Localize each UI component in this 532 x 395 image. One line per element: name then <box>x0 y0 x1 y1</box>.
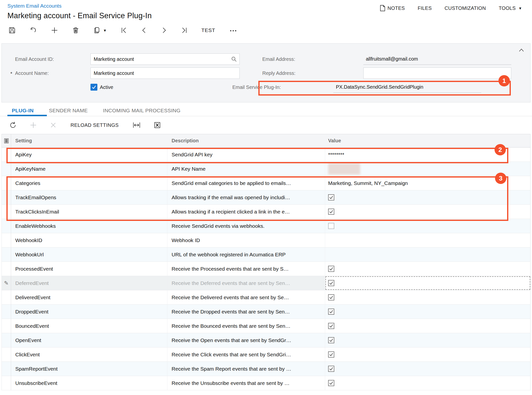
value-checkbox-checked[interactable] <box>328 323 334 329</box>
grid-add-row-button[interactable] <box>30 121 37 129</box>
table-row[interactable]: ApiKeyNameAPI Key Name <box>1 162 531 176</box>
search-icon[interactable] <box>231 56 237 62</box>
value-checkbox-checked[interactable] <box>328 280 334 286</box>
customization-button[interactable]: CUSTOMIZATION <box>444 5 486 11</box>
table-row[interactable]: EnableWebhooksReceive SendGrid events vi… <box>1 219 531 233</box>
row-gutter: ✎ <box>2 276 11 290</box>
save-icon <box>8 27 16 34</box>
required-asterisk: * <box>10 71 12 77</box>
row-gutter <box>2 162 11 176</box>
breadcrumb[interactable]: System Email Accounts <box>7 3 61 9</box>
value-checkbox-checked[interactable] <box>328 309 334 315</box>
value-checkbox-unchecked[interactable] <box>328 223 334 229</box>
description-cell: Receive SendGrid events via webhooks. <box>167 219 325 233</box>
table-row[interactable]: CategoriesSendGrid email categories to b… <box>1 176 531 190</box>
table-row[interactable]: DroppedEventReceive the Dropped events t… <box>1 305 531 319</box>
files-label: FILES <box>418 5 432 11</box>
table-row[interactable]: WebhookIDWebhook ID <box>1 233 531 247</box>
table-row[interactable]: DeliveredEventReceive the Delivered even… <box>1 290 531 305</box>
table-row[interactable]: WebhookUrlURL of the webhook registered … <box>1 247 531 262</box>
last-record-button[interactable] <box>181 27 188 34</box>
grid-delete-row-button[interactable] <box>50 122 57 129</box>
export-excel-button[interactable] <box>154 121 161 129</box>
undo-button[interactable] <box>30 27 37 34</box>
test-button[interactable]: TEST <box>201 27 215 33</box>
email-address-label: Email Address: <box>262 56 363 62</box>
collapse-panel-button[interactable] <box>518 48 525 54</box>
description-cell: Receive the Unsubscribe events that are … <box>167 376 325 390</box>
value-checkbox-checked[interactable] <box>328 351 334 358</box>
column-header-description[interactable]: Description <box>167 138 325 144</box>
setting-cell: DroppedEvent <box>11 305 167 319</box>
table-row[interactable]: ClickEventReceive the Click events that … <box>1 347 531 362</box>
table-row[interactable]: TrackClicksInEmailAllows tracking if a r… <box>1 205 531 219</box>
files-button[interactable]: FILES <box>418 5 432 11</box>
setting-cell: WebhookUrl <box>11 247 167 262</box>
reload-settings-button[interactable]: RELOAD SETTINGS <box>71 122 119 128</box>
row-gutter <box>2 176 11 190</box>
row-gutter <box>2 219 11 233</box>
email-address-value: allfruitsmall@gmail.com <box>363 53 511 65</box>
previous-record-button[interactable] <box>141 27 147 34</box>
summary-form-panel: Email Account ID: Email Address: allfrui… <box>1 43 531 102</box>
value-checkbox-checked[interactable] <box>328 337 334 343</box>
table-row[interactable]: OpenEventReceive the Open events that ar… <box>1 333 531 347</box>
reply-address-input[interactable] <box>363 67 511 79</box>
table-row[interactable]: ApiKeySendGrid API key******** <box>1 148 531 162</box>
fit-width-icon <box>132 121 141 129</box>
fit-width-button[interactable] <box>132 121 141 129</box>
ellipsis-icon <box>229 27 237 34</box>
active-checkbox[interactable] <box>90 84 97 91</box>
description-cell: Webhook ID <box>167 233 325 247</box>
next-record-button[interactable] <box>161 27 167 34</box>
table-row[interactable]: ✎DeferredEventReceive the Deferred event… <box>1 276 531 290</box>
main-toolbar: ▼ TEST <box>0 24 532 37</box>
tools-label: TOOLS <box>499 5 516 11</box>
tab-plug-in[interactable]: PLUG-IN <box>12 108 34 114</box>
copy-paste-button[interactable]: ▼ <box>93 27 107 34</box>
column-header-setting[interactable]: Setting <box>11 138 167 144</box>
table-row[interactable]: BouncedEventReceive the Bounced events t… <box>1 319 531 333</box>
value-checkbox-checked[interactable] <box>328 266 334 272</box>
value-cell <box>325 319 531 333</box>
value-cell <box>325 247 531 262</box>
value-checkbox-checked[interactable] <box>328 294 334 300</box>
value-checkbox-checked[interactable] <box>328 366 334 372</box>
notes-label: NOTES <box>388 5 405 11</box>
refresh-button[interactable] <box>9 121 17 129</box>
description-cell: Receive the Open events that are sent by… <box>167 333 325 347</box>
table-row[interactable]: ProcessedEventReceive the Processed even… <box>1 262 531 276</box>
active-tab-underline <box>7 115 47 116</box>
value-checkbox-checked[interactable] <box>328 209 334 215</box>
check-icon <box>329 309 334 314</box>
save-button[interactable] <box>8 27 16 34</box>
notes-button[interactable]: NOTES <box>380 5 405 11</box>
tab-sender-name[interactable]: SENDER NAME <box>49 108 88 114</box>
value-checkbox-checked[interactable] <box>328 194 334 200</box>
add-button[interactable] <box>51 27 58 34</box>
check-icon <box>329 281 334 285</box>
more-actions-button[interactable] <box>229 27 237 34</box>
check-icon <box>329 381 334 385</box>
chevron-down-icon: ▼ <box>103 28 107 33</box>
table-row[interactable]: SpamReportEventReceive the Spam Report e… <box>1 362 531 376</box>
first-record-button[interactable] <box>121 27 127 34</box>
value-checkbox-checked[interactable] <box>328 380 334 386</box>
table-row[interactable]: TrackEmailOpensAllows tracking if the em… <box>1 190 531 205</box>
email-account-id-input[interactable] <box>90 53 240 65</box>
plugin-value: PX.DataSync.SendGrid.SendGridPlugin <box>333 82 481 93</box>
value-cell <box>325 362 531 376</box>
column-header-value[interactable]: Value <box>325 134 531 147</box>
last-record-icon <box>181 27 188 34</box>
account-name-input[interactable] <box>90 67 240 79</box>
tab-incoming-mail-processing[interactable]: INCOMING MAIL PROCESSING <box>103 108 180 114</box>
tab-bar: PLUG-IN SENDER NAME INCOMING MAIL PROCES… <box>0 105 532 116</box>
tools-button[interactable]: TOOLS ▼ <box>499 5 522 11</box>
value-cell <box>325 376 531 390</box>
delete-button[interactable] <box>72 27 79 34</box>
setting-cell: ApiKey <box>11 148 167 162</box>
description-cell: URL of the webhook registered in Acumati… <box>167 247 325 262</box>
setting-cell: OpenEvent <box>11 333 167 347</box>
settings-grid: Setting Description Value ApiKeySendGrid… <box>1 134 531 390</box>
table-row[interactable]: UnsubscribeEventReceive the Unsubscribe … <box>1 376 531 390</box>
